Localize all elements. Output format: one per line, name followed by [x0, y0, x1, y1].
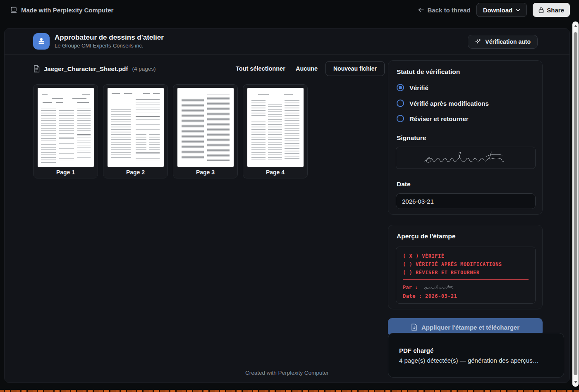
page-thumbnail-2[interactable]: Page 2 [103, 84, 168, 178]
signature-box[interactable] [396, 147, 536, 169]
select-all-button[interactable]: Tout sélectionner [236, 61, 285, 76]
file-name: Jaeger_Character_Sheet.pdf [44, 65, 128, 72]
scroll-down-arrow[interactable] [574, 381, 577, 383]
page-thumbnails: Page 1 Page 2 Page 3 [33, 84, 308, 178]
stamp-signature-image [420, 284, 458, 291]
radio-verified[interactable]: Vérifié [397, 84, 428, 91]
app-window: Approbateur de dessins d'atelier Le Grou… [4, 28, 570, 383]
background-page-edge [0, 390, 579, 392]
verification-status-panel: Statut de vérification Vérifié Vérifié a… [388, 60, 543, 215]
stamp-date-line: Date : 2026-03-21 [403, 292, 529, 300]
pdf-loaded-toast: PDF chargé 4 page(s) détectée(s) — génér… [388, 333, 564, 378]
computer-icon [10, 7, 17, 13]
lock-icon [538, 7, 544, 13]
page-preview-image [38, 88, 94, 167]
status-panel-title: Statut de vérification [397, 68, 460, 76]
app-subtitle: Le Groupe CMI Experts-Conseils inc. [55, 43, 144, 49]
page-thumbnail-4[interactable]: Page 4 [243, 84, 308, 178]
signature-image [410, 149, 522, 167]
stamp-separator [403, 279, 529, 280]
sparkles-icon [475, 38, 481, 45]
back-to-thread-link[interactable]: Back to thread [418, 7, 470, 14]
page-label: Page 3 [173, 169, 237, 176]
file-download-icon [411, 323, 417, 331]
page-preview-image [177, 88, 234, 167]
page-label: Page 1 [33, 169, 98, 176]
made-with-label: Made with Perplexity Computer [21, 7, 113, 14]
page-thumbnail-3[interactable]: Page 3 [173, 84, 238, 178]
stamp-line-modifications: ( ) VÉRIFIÉ APRÈS MODIFICATIONS [403, 260, 529, 268]
page-label: Page 4 [243, 169, 307, 176]
date-input[interactable] [396, 193, 536, 209]
auto-verify-button[interactable]: Vérification auto [468, 35, 538, 49]
scroll-up-arrow[interactable] [574, 25, 577, 27]
stamp-preview-box: ( X ) VÉRIFIÉ ( ) VÉRIFIÉ APRÈS MODIFICA… [396, 247, 536, 304]
page-preview-image [247, 88, 304, 167]
download-button[interactable]: Download [476, 3, 527, 17]
stamp-par-label: Par : [403, 283, 418, 292]
date-label: Date [397, 181, 411, 188]
app-title: Approbateur de dessins d'atelier [55, 33, 164, 42]
radio-revise-and-return[interactable]: Réviser et retourner [397, 115, 469, 122]
toast-message: 4 page(s) détectée(s) — génération des a… [399, 357, 553, 364]
toast-title: PDF chargé [399, 347, 553, 354]
chevron-down-icon [516, 9, 520, 12]
select-none-button[interactable]: Aucune [296, 61, 318, 76]
new-file-button[interactable]: Nouveau fichier [325, 61, 385, 76]
stamp-panel-title: Aperçu de l'étampe [397, 233, 455, 240]
file-icon [33, 65, 40, 73]
radio-circle[interactable] [397, 100, 404, 107]
page-thumbnail-1[interactable]: Page 1 [33, 84, 98, 178]
stamp-app-icon [33, 33, 50, 50]
page-label: Page 2 [103, 169, 167, 176]
app-header: Approbateur de dessins d'atelier Le Grou… [5, 29, 569, 55]
vertical-scrollbar[interactable] [572, 21, 579, 387]
stamp-line-revise: ( ) RÉVISER ET RETOURNER [403, 268, 529, 277]
radio-circle[interactable] [397, 115, 404, 122]
stamp-preview-panel: Aperçu de l'étampe ( X ) VÉRIFIÉ ( ) VÉR… [388, 225, 543, 309]
arrow-left-icon [418, 7, 424, 13]
scrollbar-thumb[interactable] [574, 32, 577, 375]
radio-circle[interactable] [397, 84, 404, 91]
file-page-count: (4 pages) [132, 66, 156, 72]
stamp-line-verified: ( X ) VÉRIFIÉ [403, 252, 529, 260]
made-with-badge: Made with Perplexity Computer [10, 7, 113, 14]
top-bar: Made with Perplexity Computer Back to th… [0, 0, 579, 20]
share-button[interactable]: Share [533, 3, 570, 17]
page-preview-image [108, 88, 164, 167]
radio-verified-after-modifications[interactable]: Vérifié après modifications [397, 100, 489, 107]
signature-label: Signature [397, 134, 426, 142]
file-info: Jaeger_Character_Sheet.pdf (4 pages) [33, 61, 156, 76]
